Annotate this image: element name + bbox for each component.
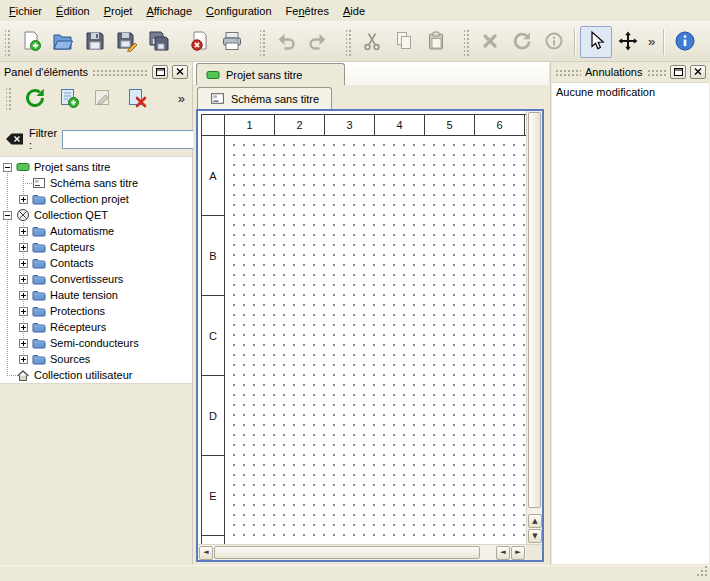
printer-icon bbox=[221, 30, 243, 54]
main-toolbar: » bbox=[0, 22, 710, 62]
open-project-button[interactable] bbox=[47, 26, 79, 58]
dock-close-button[interactable] bbox=[690, 65, 706, 79]
grid-corner-cell bbox=[202, 115, 225, 135]
undo-history-list[interactable]: Aucune modification bbox=[552, 82, 709, 564]
menu-configuration[interactable]: Configuration bbox=[199, 0, 278, 21]
vertical-scrollbar-thumb[interactable] bbox=[528, 112, 541, 508]
tree-item-projet-sans-titre[interactable]: Projet sans titre bbox=[0, 159, 192, 175]
copy-button[interactable] bbox=[388, 26, 420, 58]
expander-plus-icon[interactable] bbox=[19, 355, 28, 364]
tree-item-collection-qet[interactable]: Collection QET bbox=[0, 207, 192, 223]
scroll-left-button[interactable]: ◄ bbox=[199, 546, 213, 560]
save-button[interactable] bbox=[79, 26, 111, 58]
diagram-icon bbox=[210, 92, 225, 105]
select-mode-button[interactable] bbox=[580, 26, 612, 58]
undo-dock-title-bar[interactable]: Annulations bbox=[551, 62, 710, 81]
expander-plus-icon[interactable] bbox=[19, 307, 28, 316]
row-header: D bbox=[202, 376, 224, 456]
about-button[interactable] bbox=[669, 26, 701, 58]
element-info-button[interactable] bbox=[538, 26, 570, 58]
expander-plus-icon[interactable] bbox=[19, 243, 28, 252]
clear-filter-button[interactable] bbox=[5, 132, 24, 146]
expander-plus-icon[interactable] bbox=[19, 275, 28, 284]
save-all-button[interactable] bbox=[143, 26, 175, 58]
expander-plus-icon[interactable] bbox=[19, 227, 28, 236]
project-icon bbox=[206, 69, 220, 81]
edit-element-button[interactable] bbox=[88, 84, 118, 114]
undo-button[interactable] bbox=[270, 26, 302, 58]
qelectrotech-window: Fichier Édition Projet Affichage Configu… bbox=[0, 0, 710, 581]
tree-item-semi-conducteurs[interactable]: Semi-conducteurs bbox=[0, 335, 192, 351]
toolbar-grip[interactable] bbox=[346, 28, 353, 56]
scroll-right-button[interactable]: ► bbox=[511, 546, 525, 560]
diagram-canvas[interactable] bbox=[225, 136, 526, 544]
scroll-down-button[interactable]: ▼ bbox=[528, 529, 542, 543]
menu-edition[interactable]: Édition bbox=[49, 0, 97, 21]
delete-element-button[interactable] bbox=[122, 84, 152, 114]
expander-plus-icon[interactable] bbox=[19, 323, 28, 332]
toolbar-overflow-button[interactable]: » bbox=[644, 27, 659, 57]
tree-item-collection-projet[interactable]: Collection projet bbox=[0, 191, 192, 207]
close-project-button[interactable] bbox=[184, 26, 216, 58]
close-document-icon bbox=[189, 30, 211, 54]
tree-item-convertisseurs[interactable]: Convertisseurs bbox=[0, 271, 192, 287]
tree-item-automatisme[interactable]: Automatisme bbox=[0, 223, 192, 239]
tree-item-protections[interactable]: Protections bbox=[0, 303, 192, 319]
new-project-button[interactable] bbox=[15, 26, 47, 58]
expander-plus-icon[interactable] bbox=[19, 195, 28, 204]
menu-aide[interactable]: Aide bbox=[336, 0, 372, 21]
tree-item-label: Collection projet bbox=[50, 193, 129, 205]
delete-button[interactable] bbox=[474, 26, 506, 58]
save-as-button[interactable] bbox=[111, 26, 143, 58]
close-icon bbox=[176, 68, 184, 75]
column-header: 1 bbox=[225, 115, 275, 135]
toolbar-grip[interactable] bbox=[6, 86, 13, 112]
redo-button[interactable] bbox=[302, 26, 334, 58]
tree-item-contacts[interactable]: Contacts bbox=[0, 255, 192, 271]
horizontal-scrollbar-thumb[interactable] bbox=[214, 546, 480, 559]
pan-mode-button[interactable] bbox=[612, 26, 644, 58]
expander-minus-icon[interactable] bbox=[3, 163, 12, 172]
tree-item-collection-utilisateur[interactable]: Collection utilisateur bbox=[0, 367, 192, 383]
toolbar-grip[interactable] bbox=[5, 28, 12, 56]
vertical-scrollbar[interactable]: ▲ ▼ bbox=[526, 111, 542, 544]
dock-float-button[interactable] bbox=[670, 65, 686, 79]
expander-minus-icon[interactable] bbox=[3, 211, 12, 220]
tree-item-sources[interactable]: Sources bbox=[0, 351, 192, 367]
undo-history-item[interactable]: Aucune modification bbox=[552, 83, 709, 101]
expander-plus-icon[interactable] bbox=[19, 291, 28, 300]
menu-projet[interactable]: Projet bbox=[97, 0, 140, 21]
paste-button[interactable] bbox=[420, 26, 452, 58]
menu-fichier[interactable]: Fichier bbox=[2, 0, 49, 21]
new-element-button[interactable] bbox=[54, 84, 84, 114]
tree-item-label: Projet sans titre bbox=[34, 161, 110, 173]
dock-float-button[interactable] bbox=[152, 65, 168, 79]
filter-input[interactable] bbox=[62, 130, 212, 149]
reload-collections-button[interactable] bbox=[20, 84, 50, 114]
cut-button[interactable] bbox=[356, 26, 388, 58]
panel-toolbar-overflow-button[interactable]: » bbox=[174, 84, 189, 114]
resize-grip[interactable] bbox=[696, 565, 708, 579]
row-header: C bbox=[202, 296, 224, 376]
tree-item-haute-tension[interactable]: Haute tension bbox=[0, 287, 192, 303]
menu-fenetres[interactable]: Fenêtres bbox=[279, 0, 336, 21]
dock-close-button[interactable] bbox=[172, 65, 188, 79]
horizontal-scrollbar[interactable]: ◄ ◄ ► bbox=[198, 544, 526, 560]
scroll-up-button[interactable]: ▲ bbox=[528, 514, 542, 528]
elements-panel-title-bar[interactable]: Panel d'éléments bbox=[0, 62, 192, 81]
tree-item-capteurs[interactable]: Capteurs bbox=[0, 239, 192, 255]
menu-affichage[interactable]: Affichage bbox=[139, 0, 199, 21]
diagram-view[interactable]: 1 2 3 4 5 6 A B C bbox=[198, 111, 526, 544]
toolbar-grip[interactable] bbox=[260, 28, 267, 56]
print-button[interactable] bbox=[216, 26, 248, 58]
toolbar-separator bbox=[574, 29, 576, 55]
scroll-left-button-2[interactable]: ◄ bbox=[496, 546, 510, 560]
tab-schema-sans-titre[interactable]: Schéma sans titre bbox=[197, 87, 332, 109]
toolbar-grip[interactable] bbox=[464, 28, 471, 56]
tab-projet-sans-titre[interactable]: Projet sans titre bbox=[196, 63, 345, 85]
expander-plus-icon[interactable] bbox=[19, 339, 28, 348]
expander-plus-icon[interactable] bbox=[19, 259, 28, 268]
rotate-button[interactable] bbox=[506, 26, 538, 58]
tree-item-label: Capteurs bbox=[50, 241, 95, 253]
tree-item-recepteurs[interactable]: Récepteurs bbox=[0, 319, 192, 335]
